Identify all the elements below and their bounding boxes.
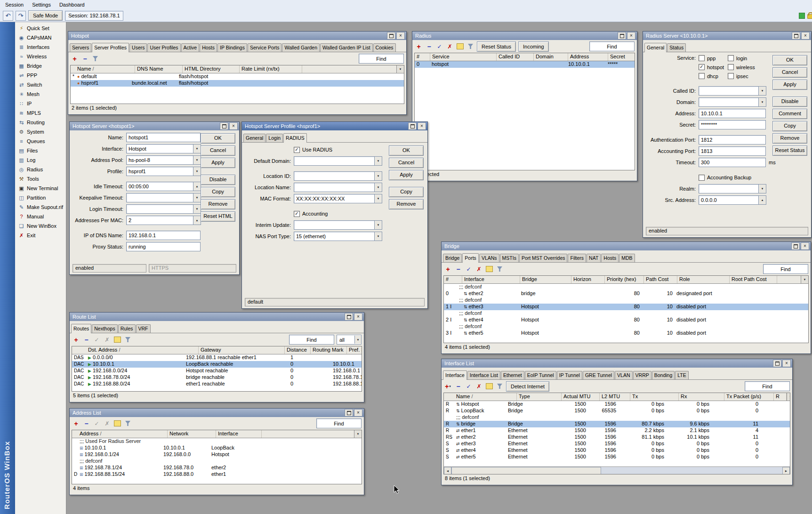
tab-login[interactable]: Login: [266, 134, 283, 142]
table-row[interactable]: 2 I⇅ether4Hotspot8010disabled port: [444, 317, 808, 323]
table-row[interactable]: DAC▶192.168.78.0/24bridge reachable0192.…: [72, 374, 362, 381]
horizontal-scrollbar[interactable]: ◄►: [444, 466, 790, 474]
menu-session[interactable]: Session: [1, 0, 28, 9]
comment-icon[interactable]: [485, 265, 493, 273]
chevron-down-icon[interactable]: ▼: [354, 336, 361, 344]
column-header-x[interactable]: #: [444, 276, 462, 283]
remove-icon[interactable]: −: [82, 336, 90, 344]
column-header-tx-packet-p-s[interactable]: Tx Packet (p/s): [724, 393, 774, 401]
interim-update-field[interactable]: [294, 220, 375, 230]
comment-icon[interactable]: [113, 419, 121, 428]
disable-icon[interactable]: ✗: [446, 42, 454, 51]
sidebar-item-ppp[interactable]: ⇌PPP: [15, 71, 66, 80]
chevron-down-icon[interactable]: ▼: [758, 97, 766, 107]
sidebar-item-wireless[interactable]: ≈Wireless: [15, 52, 66, 61]
chevron-down-icon[interactable]: ▼: [374, 220, 382, 230]
sidebar-item-mesh[interactable]: ✳Mesh: [15, 89, 66, 99]
sidebar-item-partition[interactable]: ◫Partition: [15, 193, 66, 202]
column-header-domain[interactable]: Domain: [534, 53, 568, 61]
authentication-port-field[interactable]: 1812: [699, 135, 766, 145]
called-id-field[interactable]: [699, 86, 759, 96]
accounting-port-field[interactable]: 1813: [699, 146, 766, 156]
service-login-option[interactable]: login: [728, 55, 764, 61]
name-field[interactable]: hotspot1: [126, 133, 201, 142]
column-header-horizon[interactable]: Horizon: [571, 276, 605, 283]
column-header-name[interactable]: Name /: [71, 65, 135, 73]
sidebar-item-tools[interactable]: ⚒Tools: [15, 174, 66, 184]
apply-button[interactable]: Apply: [389, 170, 424, 180]
tab-servers[interactable]: Servers: [70, 43, 91, 52]
use-radius-checkbox[interactable]: [294, 147, 300, 153]
disable-button[interactable]: Disable: [201, 175, 235, 185]
interface-select[interactable]: Hotspot: [126, 144, 193, 153]
maximize-button[interactable]: [387, 32, 395, 40]
tab-vrrp[interactable]: VRRP: [633, 371, 651, 379]
maximize-button[interactable]: [345, 313, 353, 321]
chevron-down-icon[interactable]: ▼: [193, 167, 201, 176]
tab-server-profiles[interactable]: Server Profiles: [92, 43, 129, 52]
sidebar-item-capsman[interactable]: ◉CAPsMAN: [15, 33, 66, 42]
reset-html-button[interactable]: Reset HTML: [201, 211, 235, 222]
find-button[interactable]: Find: [289, 335, 334, 345]
table-row[interactable]: 1 I⇅ether3Hotspot8010disabled port: [444, 304, 808, 310]
enable-icon[interactable]: ✓: [465, 265, 473, 273]
sidebar-item-log[interactable]: ▥Log: [15, 155, 66, 165]
tab-eoip-tunnel[interactable]: EoIP Tunnel: [525, 371, 556, 379]
sidebar-item-files[interactable]: ▤Files: [15, 146, 66, 155]
table-row[interactable]: R⇅LoopBackBridge1500655350 bps0 bps0: [444, 408, 790, 414]
table-comment-row[interactable]: ;;; defconf: [444, 323, 808, 330]
table-row[interactable]: ⊞192.168.0.1/24192.168.0.0Hotspot: [72, 451, 362, 458]
column-picker-button[interactable]: ▼: [801, 276, 808, 283]
find-button[interactable]: Find: [359, 54, 404, 64]
sidebar-item-system[interactable]: ⚙System: [15, 127, 66, 137]
cancel-button[interactable]: Cancel: [201, 145, 235, 156]
disable-icon[interactable]: ✗: [103, 336, 111, 344]
tab-mdb[interactable]: MDB: [619, 254, 635, 262]
sidebar-item-quick-set[interactable]: ⚡Quick Set: [15, 24, 66, 33]
secret-field[interactable]: ********: [699, 120, 766, 129]
tab-ip-bindings[interactable]: IP Bindings: [217, 43, 247, 52]
remove-icon[interactable]: −: [454, 265, 462, 273]
column-header-pref-source[interactable]: Pref. Source: [347, 346, 362, 354]
sidebar-item-queues[interactable]: ≡Queues: [15, 137, 66, 146]
find-button[interactable]: Find: [316, 418, 362, 428]
remove-button[interactable]: Remove: [201, 199, 235, 209]
tab-vlan[interactable]: VLAN: [615, 371, 632, 379]
service-dhcp-option[interactable]: dhcp: [699, 73, 728, 79]
column-header-address[interactable]: Address: [568, 53, 608, 61]
chevron-up-icon[interactable]: ▲: [758, 195, 766, 205]
scroll-thumb[interactable]: [451, 467, 601, 474]
column-header-dns-name[interactable]: DNS Name: [135, 65, 183, 73]
menu-dashboard[interactable]: Dashboard: [55, 0, 89, 9]
close-button[interactable]: ×: [801, 242, 809, 250]
service-login-checkbox[interactable]: [728, 55, 734, 61]
copy-button[interactable]: Copy: [201, 187, 235, 197]
add-icon[interactable]: +: [444, 265, 452, 273]
chevron-down-icon[interactable]: ▼: [374, 183, 382, 192]
default-domain-field[interactable]: [294, 156, 375, 166]
column-header-l2-mtu[interactable]: L2 MTU: [600, 393, 630, 401]
column-header-network[interactable]: Network: [168, 430, 216, 438]
enable-icon[interactable]: ✓: [465, 382, 473, 391]
column-header-priority-hex[interactable]: Priority (hex): [605, 276, 644, 283]
column-header-rx[interactable]: Rx: [679, 393, 724, 401]
apply-button[interactable]: Apply: [201, 158, 235, 168]
column-header-interface[interactable]: Interface: [462, 276, 520, 283]
close-button[interactable]: ×: [229, 122, 238, 130]
sidebar-item-exit[interactable]: ✗Exit: [15, 231, 66, 240]
table-row[interactable]: DAC▶10.10.0.1LoopBack reachable010.10.0.…: [72, 361, 362, 368]
filter-scope-select[interactable]: all▼: [337, 335, 362, 345]
accounting-checkbox[interactable]: [294, 211, 300, 217]
maximize-button[interactable]: [791, 242, 800, 250]
table-comment-row[interactable]: ;;; defconf: [444, 310, 808, 317]
service-hotspot-option[interactable]: hotspot: [699, 64, 728, 70]
filter-icon[interactable]: [124, 336, 132, 344]
sidebar-item-new-terminal[interactable]: ▣New Terminal: [15, 184, 66, 193]
ok-button[interactable]: OK: [772, 55, 807, 65]
safe-mode-button[interactable]: Safe Mode: [28, 10, 63, 21]
service-wireless-option[interactable]: wireless: [728, 64, 764, 70]
titlebar[interactable]: Radius ×: [412, 32, 637, 40]
table-row[interactable]: ⊞10.10.0.110.10.0.1LoopBack: [72, 445, 362, 451]
maximize-button[interactable]: [220, 122, 228, 130]
table-row[interactable]: 0⇅ether2bridge8010designated port: [444, 290, 808, 297]
